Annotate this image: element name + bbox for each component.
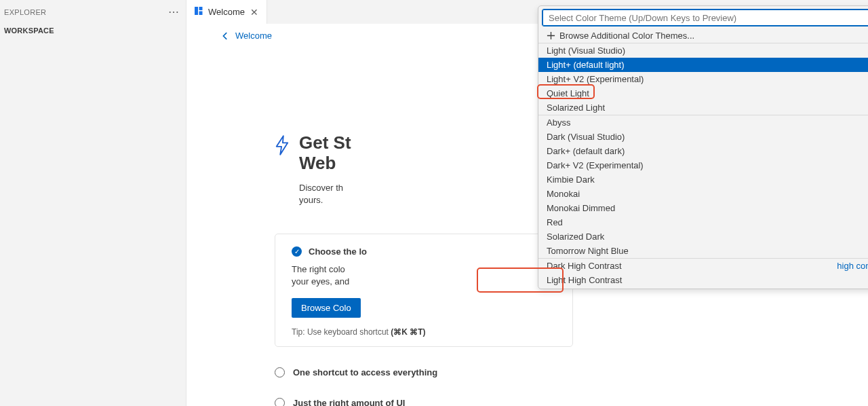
check-icon: ✓ xyxy=(292,246,302,257)
tab-label: Welcome xyxy=(208,7,245,17)
panel-title: Choose the lo xyxy=(309,246,367,257)
theme-solarized-light[interactable]: Solarized Light xyxy=(538,100,868,115)
theme-monokai-dimmed[interactable]: Monokai Dimmed xyxy=(538,201,868,215)
theme-light-vs[interactable]: Light (Visual Studio) light themes xyxy=(538,43,868,58)
svg-rect-0 xyxy=(195,7,198,15)
theme-dark-plus[interactable]: Dark+ (default dark) xyxy=(538,144,868,158)
workspace-label[interactable]: WORKSPACE xyxy=(0,21,186,40)
radio-unselected-icon xyxy=(275,398,285,406)
theme-tomorrow-night-blue[interactable]: Tomorrow Night Blue xyxy=(538,244,868,258)
breadcrumb-label: Welcome xyxy=(235,31,272,41)
browse-color-themes-button[interactable]: Browse Colo xyxy=(292,298,361,318)
theme-dark-vs[interactable]: Dark (Visual Studio) xyxy=(538,130,868,144)
theme-light-plus[interactable]: Light+ (default light) xyxy=(538,58,868,72)
theme-dark-hc[interactable]: Dark High Contrast high contrast themes xyxy=(538,259,868,273)
explorer-sidebar: EXPLORER ⋯ WORKSPACE xyxy=(0,0,186,406)
browse-additional-themes[interactable]: Browse Additional Color Themes... xyxy=(538,29,868,43)
plus-icon xyxy=(547,31,555,40)
theme-abyss[interactable]: Abyss dark themes xyxy=(538,115,868,130)
svg-rect-2 xyxy=(199,12,203,16)
choose-look-panel: ✓ Choose the lo The right colo your eyes… xyxy=(275,234,573,346)
theme-solarized-dark[interactable]: Solarized Dark xyxy=(538,229,868,244)
chevron-left-icon xyxy=(220,31,230,41)
theme-search-input[interactable] xyxy=(542,10,868,26)
radio-unselected-icon xyxy=(275,367,285,377)
theme-dark-v2[interactable]: Dark+ V2 (Experimental) xyxy=(538,158,868,172)
close-icon[interactable]: ✕ xyxy=(249,7,260,18)
group-label-hc: high contrast themes xyxy=(837,261,868,271)
more-icon[interactable]: ⋯ xyxy=(168,5,179,18)
keyboard-shortcut-tip: Tip: Use keyboard shortcut (⌘K ⌘T) xyxy=(292,327,556,337)
theme-light-hc[interactable]: Light High Contrast xyxy=(538,273,868,287)
page-subtitle: Discover th yours. xyxy=(299,182,351,206)
welcome-tab-icon xyxy=(193,5,204,18)
svg-rect-1 xyxy=(199,7,203,10)
theme-red[interactable]: Red xyxy=(538,215,868,229)
tab-welcome[interactable]: Welcome ✕ xyxy=(186,0,267,24)
explorer-title: EXPLORER xyxy=(4,8,46,16)
theme-light-v2[interactable]: Light+ V2 (Experimental) xyxy=(538,72,868,86)
bolt-icon xyxy=(275,135,290,155)
theme-monokai[interactable]: Monokai xyxy=(538,187,868,201)
panel-desc: The right colo your eyes, and xyxy=(292,263,556,288)
color-theme-quickpick: Browse Additional Color Themes... Light … xyxy=(538,5,868,289)
theme-kimbie-dark[interactable]: Kimbie Dark xyxy=(538,172,868,187)
theme-quiet-light[interactable]: Quiet Light xyxy=(538,86,868,100)
step-one-shortcut[interactable]: One shortcut to access everything xyxy=(275,367,780,377)
step-right-ui[interactable]: Just the right amount of UI xyxy=(275,398,780,406)
page-title: Get St Web xyxy=(299,133,351,174)
